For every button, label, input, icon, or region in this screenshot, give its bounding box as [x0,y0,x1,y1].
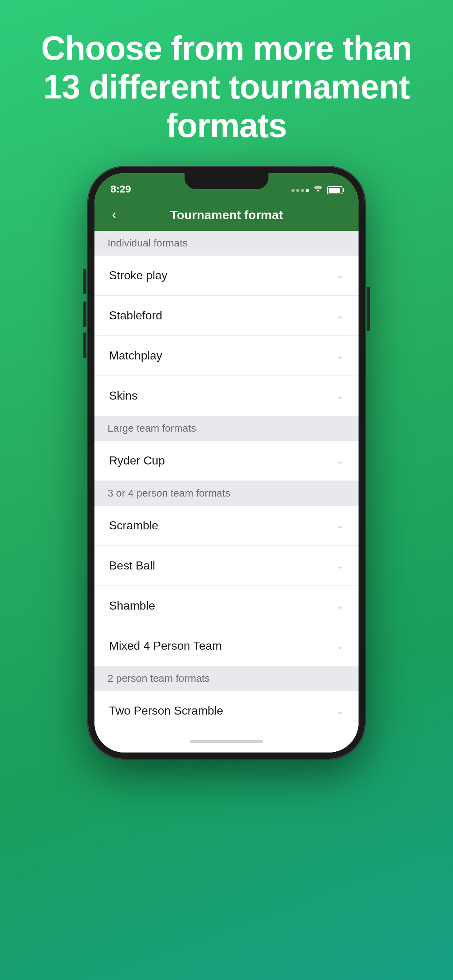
hero-section: Choose from more than 13 different tourn… [0,29,453,145]
chevron-down-icon-best-ball: ⌄ [336,560,344,571]
section-header-individual: Individual formats [94,231,359,256]
section-header-3or4-person: 3 or 4 person team formats [94,481,359,506]
chevron-down-icon-shamble: ⌄ [336,600,344,611]
chevron-down-icon-stableford: ⌄ [336,310,344,321]
chevron-down-icon-ryder-cup: ⌄ [336,455,344,466]
chevron-down-icon-stroke-play: ⌄ [336,270,344,281]
list-item-skins[interactable]: Skins⌄ [94,376,359,416]
list-item-stableford[interactable]: Stableford⌄ [94,296,359,336]
list-item-best-ball[interactable]: Best Ball⌄ [94,546,359,586]
list-item-stroke-play[interactable]: Stroke play⌄ [94,256,359,296]
item-label-ryder-cup: Ryder Cup [109,454,165,468]
back-button[interactable]: ‹ [109,204,119,225]
item-label-best-ball: Best Ball [109,559,155,573]
content: Individual formatsStroke play⌄Stableford… [94,231,359,730]
phone-screen: 8:29 [94,173,359,752]
signal-dots [292,189,309,192]
home-indicator [94,730,359,752]
item-label-stableford: Stableford [109,309,162,322]
chevron-down-icon-two-person-scramble: ⌄ [336,705,344,716]
section-header-large-team: Large team formats [94,416,359,441]
item-label-scramble: Scramble [109,519,158,532]
chevron-down-icon-skins: ⌄ [336,390,344,401]
item-label-skins: Skins [109,389,137,402]
item-label-mixed-4-person: Mixed 4 Person Team [109,639,222,652]
home-bar [190,740,263,743]
chevron-down-icon-mixed-4-person: ⌄ [336,640,344,652]
status-icons [292,186,343,195]
phone-wrapper: 8:29 [88,167,365,759]
list-item-two-person-scramble[interactable]: Two Person Scramble⌄ [94,691,359,730]
nav-bar: ‹ Tournament format [94,199,359,231]
battery-fill [329,188,340,193]
notch [185,173,268,189]
item-label-two-person-scramble: Two Person Scramble [109,704,223,718]
list-item-ryder-cup[interactable]: Ryder Cup⌄ [94,441,359,481]
chevron-down-icon-scramble: ⌄ [336,520,344,531]
list-item-matchplay[interactable]: Matchplay⌄ [94,336,359,376]
wifi-icon [313,186,323,195]
phone-frame: 8:29 [88,167,365,759]
list-item-shamble[interactable]: Shamble⌄ [94,586,359,626]
battery-icon [327,186,343,194]
list-item-scramble[interactable]: Scramble⌄ [94,506,359,546]
list-item-mixed-4-person[interactable]: Mixed 4 Person Team⌄ [94,626,359,666]
item-label-stroke-play: Stroke play [109,269,167,282]
hero-title: Choose from more than 13 different tourn… [29,29,424,145]
item-label-matchplay: Matchplay [109,349,162,363]
nav-title: Tournament format [126,208,327,222]
section-header-2-person: 2 person team formats [94,666,359,691]
chevron-down-icon-matchplay: ⌄ [336,350,344,361]
item-label-shamble: Shamble [109,599,155,612]
